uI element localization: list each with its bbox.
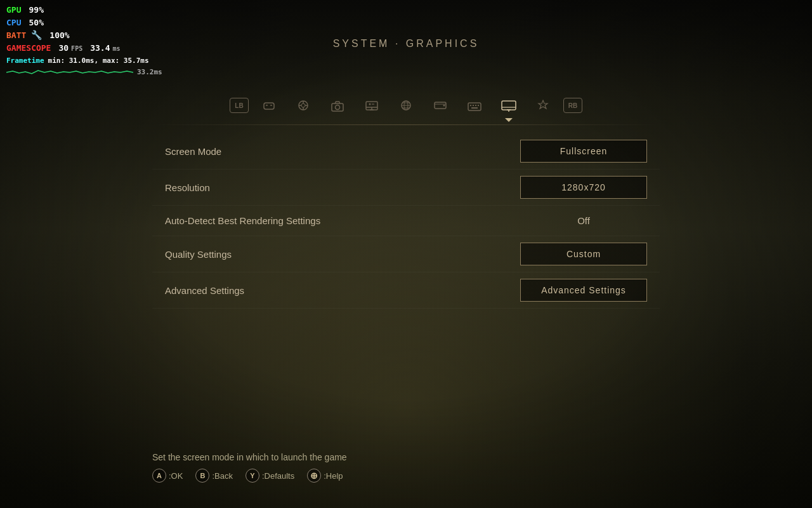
b-button[interactable]: B: [195, 469, 209, 483]
screen-mode-label: Screen Mode: [165, 146, 520, 157]
advanced-settings-value: Advanced Settings: [541, 285, 626, 295]
resolution-button[interactable]: 1280x720: [520, 176, 647, 199]
help-defaults: Y :Defaults: [246, 469, 294, 483]
hud-wrench-icon: 🔧: [31, 29, 42, 42]
help-bar: Set the screen mode in which to launch t…: [152, 452, 660, 483]
hud-ms-unit: ms: [112, 44, 120, 53]
hud-gamescope-fps: 30: [58, 42, 69, 55]
help-buttons: A :OK B :Back Y :Defaults ⊕ :Help: [152, 469, 660, 483]
advanced-settings-row: Advanced Settings Advanced Settings: [152, 272, 660, 309]
hud-gpu-value: 99%: [29, 4, 43, 17]
resolution-value: 1280x720: [561, 182, 606, 192]
hud-frametime-minmax: min: 31.0ms, max: 35.7ms: [48, 56, 149, 67]
resolution-label: Resolution: [165, 182, 520, 193]
screen-mode-value: Fullscreen: [560, 146, 608, 156]
lb-label: LB: [235, 102, 243, 109]
nav-icon-gamepad[interactable]: [289, 94, 317, 117]
svg-rect-0: [264, 103, 274, 109]
advanced-settings-button[interactable]: Advanced Settings: [520, 279, 647, 302]
help-help: ⊕ :Help: [307, 469, 343, 483]
hud-batt-label: BATT: [6, 29, 26, 42]
hud-cpu-value: 50%: [29, 17, 43, 29]
help-back: B :Back: [195, 469, 233, 483]
quality-settings-button[interactable]: Custom: [520, 243, 647, 265]
page-title: System · Graphics: [333, 38, 480, 49]
rb-label: RB: [568, 102, 577, 109]
hud-overlay: GPU 99% CPU 50% BATT 🔧 100% GAMESCOPE 30…: [0, 0, 169, 82]
resolution-row: Resolution 1280x720: [152, 170, 660, 206]
svg-rect-30: [471, 107, 478, 109]
nav-icon-display-settings[interactable]: [358, 94, 386, 117]
nav-icon-monitor[interactable]: [495, 94, 523, 117]
help-label: :Help: [324, 471, 343, 481]
svg-point-10: [336, 105, 340, 110]
svg-point-23: [443, 105, 445, 107]
nav-divider: [152, 124, 660, 125]
nav-icon-camera[interactable]: [324, 94, 351, 117]
nav-icon-keyboard[interactable]: [461, 94, 488, 117]
nav-icon-network[interactable]: [426, 94, 454, 117]
nav-bar: LB: [0, 94, 812, 117]
svg-rect-27: [473, 105, 474, 106]
svg-rect-29: [478, 105, 479, 106]
advanced-settings-label: Advanced Settings: [165, 285, 520, 296]
help-button[interactable]: ⊕: [307, 469, 321, 483]
right-bumper[interactable]: RB: [563, 98, 582, 113]
nav-icon-globe[interactable]: [392, 94, 420, 117]
svg-rect-31: [502, 101, 516, 110]
auto-detect-label: Auto-Detect Best Rendering Settings: [165, 215, 520, 226]
auto-detect-value: Off: [520, 215, 647, 226]
svg-rect-2: [270, 105, 272, 106]
hud-cpu-label: CPU: [6, 17, 21, 29]
screen-mode-row: Screen Mode Fullscreen: [152, 133, 660, 170]
nav-icon-accessories[interactable]: [529, 94, 557, 117]
hud-frametime-current: 33.2ms: [137, 67, 162, 78]
quality-settings-value: Custom: [566, 249, 601, 259]
hud-gpu-label: GPU: [6, 4, 21, 17]
left-bumper[interactable]: LB: [230, 98, 249, 113]
quality-settings-row: Quality Settings Custom: [152, 236, 660, 272]
hud-gamescope-ms: 33.4: [90, 42, 110, 55]
help-description: Set the screen mode in which to launch t…: [152, 452, 660, 462]
svg-rect-26: [470, 105, 471, 106]
a-button[interactable]: A: [152, 469, 166, 483]
hud-frametime-label: Frametime: [6, 56, 44, 67]
quality-settings-label: Quality Settings: [165, 249, 520, 260]
svg-point-15: [369, 104, 371, 105]
settings-panel: Screen Mode Fullscreen Resolution 1280x7…: [152, 133, 660, 309]
ok-label: :OK: [169, 471, 183, 481]
defaults-label: :Defaults: [262, 471, 294, 481]
hud-batt-value: 100%: [49, 29, 69, 42]
y-button[interactable]: Y: [246, 469, 259, 483]
svg-rect-25: [468, 103, 481, 110]
svg-rect-28: [475, 105, 476, 106]
hud-frametime-graph: [6, 68, 133, 77]
nav-icon-controller[interactable]: [255, 94, 283, 117]
hud-gamescope-label: GAMESCOPE: [6, 42, 51, 55]
svg-rect-1: [266, 105, 268, 106]
svg-point-4: [301, 104, 305, 107]
hud-fps-unit: FPS: [71, 44, 82, 53]
screen-mode-button[interactable]: Fullscreen: [520, 140, 647, 163]
back-label: :Back: [212, 471, 233, 481]
auto-detect-row: Auto-Detect Best Rendering Settings Off: [152, 206, 660, 236]
help-ok: A :OK: [152, 469, 183, 483]
